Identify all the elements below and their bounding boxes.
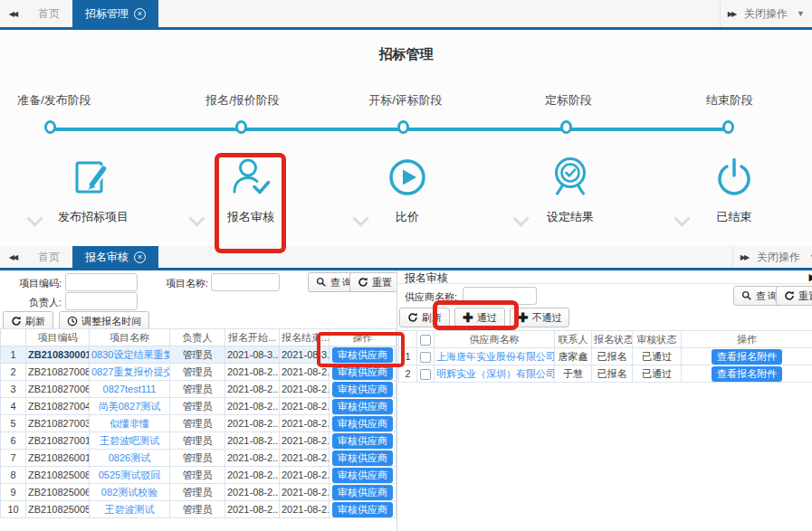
- project-name-link[interactable]: 0827test111: [103, 384, 157, 394]
- audit-supplier-button[interactable]: 审核供应商: [332, 433, 393, 449]
- close-operations-menu[interactable]: 关闭操作: [757, 250, 800, 265]
- refresh-button[interactable]: 刷新: [399, 308, 450, 327]
- project-row[interactable]: 5ZB210827003似懂非懂管理员2021-08-2...2021-08-2…: [1, 415, 396, 432]
- close-tab-icon[interactable]: ×: [134, 251, 146, 263]
- end-date-header: 报名结束...: [280, 329, 330, 346]
- row-checkbox[interactable]: [420, 352, 431, 363]
- collapse-tabs-icon[interactable]: ◀◀: [0, 246, 25, 268]
- plus-icon: ✚: [518, 311, 529, 324]
- supplier-row[interactable]: 2明辉实业（深圳）有限公司于慧已报名已通过查看报名附件: [399, 365, 812, 383]
- project-name-link[interactable]: 0830设定结果重复...: [91, 349, 170, 360]
- registration-status-cell: 已报名: [592, 365, 633, 383]
- action-cell: 审核供应商: [330, 398, 396, 415]
- stage-item-finished[interactable]: 已结束: [691, 154, 778, 225]
- panel-expand-icon[interactable]: ▶: [809, 271, 812, 283]
- project-name-link[interactable]: 王碧波吧测试: [100, 435, 159, 446]
- audit-supplier-button[interactable]: 审核供应商: [332, 399, 393, 414]
- project-row[interactable]: 7ZB2108260010826测试管理员2021-08-2...2021-08…: [1, 450, 396, 467]
- close-tab-icon[interactable]: ×: [134, 8, 146, 20]
- row-number-cell: 9: [1, 484, 26, 501]
- reset-button[interactable]: 重置: [349, 272, 400, 292]
- play-circle-icon: [384, 154, 431, 201]
- view-attachment-button[interactable]: 查看报名附件: [712, 349, 782, 365]
- project-name-link[interactable]: 082测试校验: [101, 487, 158, 498]
- audit-supplier-button[interactable]: 审核供应商: [332, 450, 393, 466]
- stage-item-price-compare[interactable]: 比价: [364, 154, 451, 225]
- project-name-link[interactable]: 王碧波测试: [105, 504, 155, 515]
- project-row[interactable]: 9ZB210825006082测试校验管理员2021-08-2...2021-0…: [1, 484, 396, 501]
- tab-bid-management[interactable]: 招标管理 ×: [72, 0, 158, 27]
- owner-cell: 管理员: [170, 381, 225, 398]
- project-name-input[interactable]: [211, 273, 280, 291]
- project-row[interactable]: 1ZB2108300010830设定结果重复...管理员2021-08-3...…: [1, 346, 396, 364]
- start-date-cell: 2021-08-2...: [225, 381, 280, 398]
- registration-audit-panel: 报名审核 ▶ 供应商名称: 查询 重置 刷新: [396, 270, 812, 531]
- row-number-cell: 6: [1, 432, 26, 450]
- supplier-reset-button[interactable]: 重置: [776, 286, 812, 306]
- project-code-cell: ZB210825005: [26, 501, 90, 518]
- close-operations-menu[interactable]: 关闭操作: [744, 6, 788, 22]
- row-number-cell: 5: [1, 415, 26, 432]
- project-row[interactable]: 8ZB2108250080525测试驳回管理员2021-08-2...2021-…: [1, 467, 396, 484]
- row-checkbox[interactable]: [420, 369, 431, 380]
- supplier-name-link[interactable]: 上海唐年实业股份有限公司: [436, 351, 555, 362]
- pass-button[interactable]: ✚ 通过: [454, 308, 505, 327]
- phase-label-prepare: 准备/发布阶段: [17, 92, 91, 109]
- pass-button-label: 通过: [477, 311, 497, 325]
- project-table: 项目编码 项目名称 负责人 报名开始... 报名结束... 操作 1ZB2108…: [0, 328, 396, 518]
- project-row[interactable]: 10ZB210825005王碧波测试管理员2021-08-2...2021-08…: [1, 501, 396, 518]
- audit-supplier-button[interactable]: 审核供应商: [332, 365, 393, 380]
- stage-step-label: 报名审核: [207, 209, 294, 225]
- supplier-name-input[interactable]: [463, 287, 537, 305]
- stage-item-registration-audit[interactable]: 报名审核: [207, 154, 294, 225]
- audit-supplier-button[interactable]: 审核供应商: [332, 502, 393, 517]
- expand-tabs-icon[interactable]: ▶▶: [728, 10, 735, 18]
- project-name-link[interactable]: 似懂非懂: [110, 418, 149, 429]
- stage-item-publish-project[interactable]: 发布招标项目: [50, 154, 137, 225]
- action-cell: 审核供应商: [330, 415, 396, 432]
- audit-supplier-button[interactable]: 审核供应商: [332, 416, 393, 431]
- project-name-cell: 似懂非懂: [90, 415, 170, 432]
- project-name-link[interactable]: 0525测试驳回: [99, 469, 160, 480]
- project-name-link[interactable]: 0827重复报价提交...: [91, 366, 170, 377]
- expand-tabs-icon[interactable]: ▶▶: [740, 253, 748, 261]
- owner-cell: 管理员: [170, 432, 225, 450]
- audit-supplier-button[interactable]: 审核供应商: [332, 468, 393, 483]
- collapse-tabs-icon[interactable]: ◀◀: [0, 0, 25, 27]
- audit-supplier-button[interactable]: 审核供应商: [332, 347, 393, 363]
- project-name-link[interactable]: 0826测试: [109, 452, 150, 463]
- project-row[interactable]: 4ZB210827004尚美0827测试管理员2021-08-2...2021-…: [1, 398, 396, 415]
- action-cell: 审核供应商: [330, 450, 396, 467]
- end-date-cell: 2021-08-2...: [280, 415, 330, 432]
- project-code-cell: ZB210827008: [26, 364, 90, 381]
- owner-cell: 管理员: [170, 415, 225, 432]
- view-attachment-button[interactable]: 查看报名附件: [712, 366, 782, 382]
- owner-input[interactable]: [65, 292, 138, 310]
- tab-registration-audit[interactable]: 报名审核 ×: [72, 246, 158, 268]
- owner-cell: 管理员: [170, 450, 225, 467]
- refresh-button-label: 刷新: [422, 311, 442, 325]
- dropdown-caret-icon: ▼: [797, 9, 805, 18]
- audit-supplier-button[interactable]: 审核供应商: [332, 485, 393, 500]
- row-number-cell: 3: [1, 381, 26, 398]
- audit-supplier-button[interactable]: 审核供应商: [332, 382, 393, 397]
- project-row[interactable]: 6ZB210827001王碧波吧测试管理员2021-08-2...2021-08…: [1, 432, 396, 450]
- project-name-link[interactable]: 尚美0827测试: [99, 401, 160, 412]
- audit-toolbar: 刷新 ✚ 通过 ✚ 不通过: [399, 308, 569, 327]
- row-number-cell: 4: [1, 398, 26, 415]
- reject-button[interactable]: ✚ 不通过: [510, 308, 570, 327]
- user-check-icon: [227, 154, 274, 201]
- project-row[interactable]: 3ZB2108270060827test111管理员2021-08-2...20…: [1, 381, 396, 398]
- project-row[interactable]: 2ZB2108270080827重复报价提交...管理员2021-08-2...…: [1, 364, 396, 381]
- owner-header: 负责人: [170, 329, 225, 346]
- action-header: 操作: [330, 329, 396, 346]
- tab-home-sub[interactable]: 首页: [25, 246, 72, 268]
- select-all-checkbox[interactable]: [420, 335, 431, 346]
- stage-item-set-result[interactable]: 设定结果: [527, 154, 614, 225]
- supplier-row[interactable]: 1上海唐年实业股份有限公司唐家鑫已报名已通过查看报名附件: [399, 348, 812, 365]
- tab-home[interactable]: 首页: [25, 0, 72, 27]
- supplier-name-link[interactable]: 明辉实业（深圳）有限公司: [436, 368, 555, 379]
- owner-cell: 管理员: [170, 346, 225, 364]
- audit-status-header: 审核状态: [633, 331, 682, 348]
- project-code-input[interactable]: [65, 273, 138, 291]
